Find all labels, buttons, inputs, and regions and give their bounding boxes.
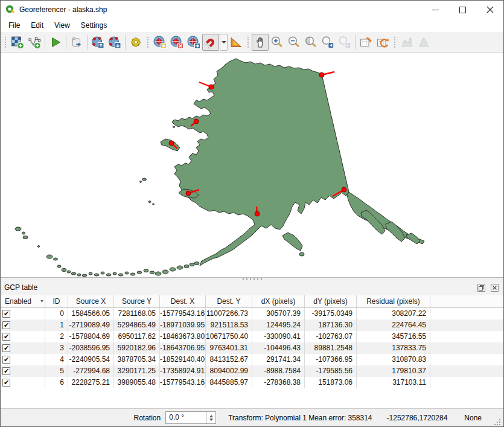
cell-dest-x[interactable]: -17358924.91 bbox=[160, 365, 206, 377]
close-panel-button[interactable] bbox=[489, 283, 500, 292]
cell-id[interactable]: 2 bbox=[45, 331, 68, 342]
move-point-button[interactable] bbox=[185, 34, 202, 51]
open-vector-button[interactable] bbox=[26, 34, 43, 51]
map-canvas[interactable] bbox=[1, 53, 503, 277]
gcp-point[interactable] bbox=[209, 85, 214, 89]
cell-id[interactable]: 3 bbox=[45, 342, 68, 354]
rotation-spin-buttons[interactable] bbox=[206, 412, 215, 423]
cell-dest-y[interactable]: 8413152.67 bbox=[206, 354, 252, 365]
minimize-button[interactable] bbox=[422, 1, 449, 19]
cell-source-x[interactable]: 1584566.05 bbox=[68, 308, 114, 319]
cell-id[interactable]: 4 bbox=[45, 354, 68, 365]
menu-file[interactable]: File bbox=[3, 20, 25, 31]
table-row[interactable]: ✔3-2038596.955920182.96-18643706.9597634… bbox=[1, 342, 503, 354]
menu-settings[interactable]: Settings bbox=[75, 20, 112, 31]
titlebar[interactable]: Georeferencer - alaska.shp bbox=[1, 1, 503, 19]
header-residual-pixels[interactable]: Residual (pixels) bbox=[357, 295, 430, 307]
toolbar-drag-handle[interactable] bbox=[146, 36, 150, 49]
pan-button[interactable] bbox=[252, 34, 269, 51]
cell-dest-x[interactable]: -15779543.16 bbox=[160, 308, 206, 319]
cell-dest-x[interactable]: -18643706.95 bbox=[160, 342, 206, 354]
gcp-point[interactable] bbox=[186, 191, 191, 196]
menu-edit[interactable]: Edit bbox=[25, 20, 49, 31]
toolbar-drag-handle[interactable] bbox=[246, 36, 250, 49]
link-qgis-to-georeferencer-button[interactable] bbox=[374, 34, 391, 51]
cell-source-x[interactable]: -2038596.95 bbox=[68, 342, 114, 354]
cell-id[interactable]: 0 bbox=[45, 308, 68, 319]
cell-dest-y[interactable]: 8094002.99 bbox=[206, 365, 252, 377]
cell-dest-x[interactable]: -18463673.80 bbox=[160, 331, 206, 342]
enabled-checkbox[interactable]: ✔ bbox=[2, 344, 10, 352]
cell-source-x[interactable]: -2719089.49 bbox=[68, 319, 114, 331]
cell-dest-y[interactable]: 9763401.31 bbox=[206, 342, 252, 354]
zoom-out-button[interactable] bbox=[285, 34, 302, 51]
rotation-value[interactable]: 0.0 ° bbox=[166, 412, 206, 423]
cell-residual[interactable]: 308207.22 bbox=[357, 308, 430, 319]
header-dy-pixels[interactable]: dY (pixels) bbox=[305, 295, 357, 307]
gcp-point[interactable] bbox=[319, 72, 324, 77]
enabled-checkbox[interactable]: ✔ bbox=[2, 356, 10, 364]
load-gcp-points-button[interactable] bbox=[89, 34, 106, 51]
spin-up-icon[interactable] bbox=[209, 415, 213, 417]
cell-dx[interactable]: -278368.38 bbox=[252, 377, 305, 388]
open-raster-button[interactable] bbox=[9, 34, 26, 51]
cell-dest-y[interactable]: 9215118.53 bbox=[206, 319, 252, 331]
gcp-point[interactable] bbox=[255, 211, 260, 216]
toolbar-drag-handle[interactable] bbox=[4, 36, 7, 49]
cell-source-x[interactable]: 2228275.21 bbox=[68, 377, 114, 388]
cell-dy[interactable]: -107366.95 bbox=[305, 354, 357, 365]
resize-grip[interactable] bbox=[494, 419, 502, 426]
cell-source-y[interactable]: 3989055.48 bbox=[114, 377, 160, 388]
cell-residual[interactable]: 179810.37 bbox=[357, 365, 430, 377]
gcp-point[interactable] bbox=[169, 141, 174, 146]
table-row[interactable]: ✔01584566.057281168.05-15779543.16110072… bbox=[1, 308, 503, 319]
cell-dest-y[interactable]: 8445885.97 bbox=[206, 377, 252, 388]
enabled-checkbox[interactable]: ✔ bbox=[2, 379, 10, 387]
cell-dest-x[interactable]: -15779543.16 bbox=[160, 377, 206, 388]
start-georeferencing-button[interactable] bbox=[47, 34, 64, 51]
cell-dy[interactable]: -102763.07 bbox=[305, 331, 357, 342]
table-row[interactable]: ✔4-2240905.543878705.34-18529140.4084131… bbox=[1, 354, 503, 365]
zoom-to-layer-button[interactable] bbox=[302, 34, 319, 51]
maximize-button[interactable] bbox=[449, 1, 476, 19]
cell-residual[interactable]: 317103.11 bbox=[357, 377, 430, 388]
header-dx-pixels[interactable]: dX (pixels) bbox=[252, 295, 305, 307]
add-point-button[interactable] bbox=[152, 34, 168, 51]
cell-dest-x[interactable]: -18971039.95 bbox=[160, 319, 206, 331]
cell-dx[interactable]: 291741.34 bbox=[252, 354, 305, 365]
cell-dy[interactable]: 151873.06 bbox=[305, 377, 357, 388]
zoom-in-button[interactable] bbox=[269, 34, 285, 51]
header-enabled[interactable]: Enabled ▼ bbox=[1, 295, 45, 307]
cell-residual[interactable]: 345716.55 bbox=[357, 331, 430, 342]
enabled-checkbox[interactable]: ✔ bbox=[2, 321, 10, 329]
cell-dx[interactable]: -104496.43 bbox=[252, 342, 305, 354]
cell-dx[interactable]: 305707.39 bbox=[252, 308, 305, 319]
cell-source-x[interactable]: -2240905.54 bbox=[68, 354, 114, 365]
cell-id[interactable]: 1 bbox=[45, 319, 68, 331]
cell-id[interactable]: 5 bbox=[45, 365, 68, 377]
header-id[interactable]: ID bbox=[45, 295, 68, 307]
delete-point-button[interactable] bbox=[168, 34, 185, 51]
snap-to-features-button[interactable] bbox=[202, 34, 219, 51]
set-square-button[interactable] bbox=[228, 34, 244, 51]
cell-id[interactable]: 6 bbox=[45, 377, 68, 388]
cell-dx[interactable]: 124495.24 bbox=[252, 319, 305, 331]
transformation-settings-button[interactable] bbox=[127, 34, 144, 51]
zoom-last-button[interactable] bbox=[319, 34, 336, 51]
cell-source-y[interactable]: 7281168.05 bbox=[114, 308, 160, 319]
spin-down-icon[interactable] bbox=[209, 419, 213, 421]
cell-source-y[interactable]: 3878705.34 bbox=[114, 354, 160, 365]
table-row[interactable]: ✔2-1578804.696950117.62-18463673.8010671… bbox=[1, 331, 503, 342]
generate-gdal-script-button[interactable] bbox=[68, 34, 85, 51]
save-gcp-points-button[interactable] bbox=[106, 34, 123, 51]
cell-source-y[interactable]: 5920182.96 bbox=[114, 342, 160, 354]
cell-dx[interactable]: -330090.41 bbox=[252, 331, 305, 342]
float-panel-button[interactable] bbox=[476, 283, 486, 292]
cell-source-y[interactable]: 5294865.49 bbox=[114, 319, 160, 331]
rotation-spinbox[interactable]: 0.0 ° bbox=[165, 411, 216, 424]
cell-dy[interactable]: -39175.0349 bbox=[305, 308, 357, 319]
gcp-point[interactable] bbox=[342, 187, 346, 192]
cell-dest-y[interactable]: 11007266.73 bbox=[206, 308, 252, 319]
table-row[interactable]: ✔62228275.213989055.48-15779543.16844588… bbox=[1, 377, 503, 388]
cell-source-x[interactable]: -1578804.69 bbox=[68, 331, 114, 342]
